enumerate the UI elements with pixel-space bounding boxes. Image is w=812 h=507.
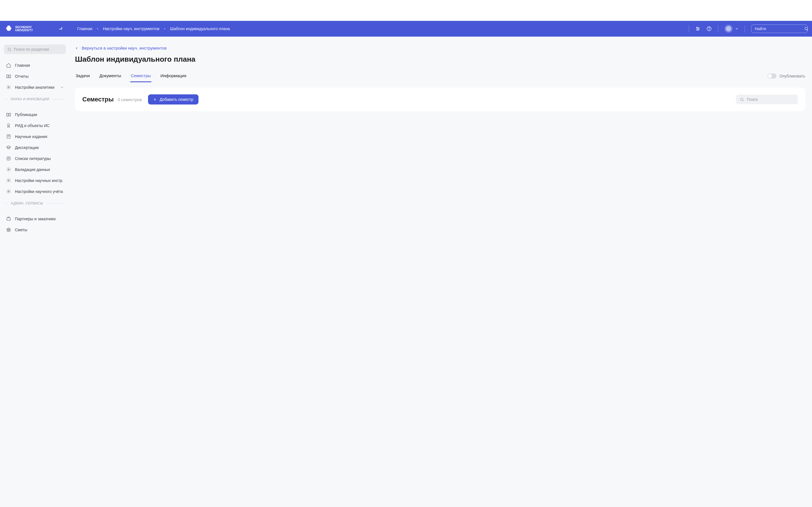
pin-icon[interactable] bbox=[59, 26, 63, 31]
sliders-icon[interactable] bbox=[695, 26, 700, 31]
sidebar-item[interactable]: Настройки аналитики bbox=[4, 82, 66, 93]
chevron-down-icon bbox=[735, 27, 739, 31]
sidebar-item-label: Валидация данных bbox=[15, 167, 50, 172]
chevron-right-icon bbox=[163, 27, 166, 30]
brand-logo-icon bbox=[4, 24, 13, 33]
brand-name: SECHENOV UNIVERSITY bbox=[15, 25, 33, 32]
add-button-label: Добавить семестр bbox=[160, 97, 193, 102]
card-title: Семестры bbox=[82, 96, 114, 103]
book-icon bbox=[6, 74, 11, 78]
publish-toggle[interactable] bbox=[767, 73, 776, 78]
sidebar-item-label: Партнеры и заказчики bbox=[15, 217, 56, 221]
sidebar-item-label: РИД и объекты ИС bbox=[15, 123, 50, 128]
search-icon bbox=[740, 98, 744, 102]
home-icon bbox=[6, 63, 11, 68]
svg-point-11 bbox=[805, 27, 808, 30]
gear-icon bbox=[6, 189, 11, 194]
sidebar-item-label: Сметы bbox=[15, 228, 28, 232]
global-search-input[interactable] bbox=[755, 26, 804, 31]
sidebar-item[interactable]: Настройки научных инстр. bbox=[4, 175, 66, 186]
svg-point-4 bbox=[698, 29, 699, 29]
sidebar-item[interactable]: Отчеты bbox=[4, 71, 66, 82]
sidebar-item-label: Научные издания bbox=[15, 134, 47, 139]
back-link[interactable]: Вернуться в настройки науч. инструментов bbox=[75, 46, 167, 50]
journal-icon bbox=[6, 134, 11, 139]
avatar bbox=[724, 24, 733, 33]
svg-point-29 bbox=[741, 98, 743, 101]
logo-block: SECHENOV UNIVERSITY bbox=[4, 24, 66, 33]
sidebar-item-label: Диссертации bbox=[15, 145, 39, 150]
sidebar-item[interactable]: Настройки научного учёта bbox=[4, 186, 66, 197]
user-menu[interactable] bbox=[724, 24, 739, 33]
svg-point-23 bbox=[8, 169, 9, 170]
sidebar-search-input[interactable] bbox=[14, 47, 63, 52]
sidebar-search[interactable] bbox=[4, 45, 66, 54]
breadcrumb: Главная Настройки науч. инструментов Шаб… bbox=[77, 26, 230, 31]
gear-icon bbox=[6, 85, 11, 90]
sidebar-section-header: НАУКА И ИННОВАЦИИ bbox=[4, 93, 66, 103]
search-icon bbox=[804, 26, 809, 31]
sidebar-item[interactable]: Партнеры и заказчики bbox=[4, 213, 66, 224]
add-semester-button[interactable]: Добавить семестр bbox=[148, 94, 198, 105]
list-icon bbox=[6, 156, 11, 161]
sidebar-item-label: Настройки научного учёта bbox=[15, 189, 63, 194]
sidebar: ГлавнаяОтчетыНастройки аналитики НАУКА И… bbox=[0, 37, 70, 241]
sidebar-item-label: Публикации bbox=[15, 112, 37, 117]
count-label: 0 семестров bbox=[117, 97, 142, 102]
svg-line-12 bbox=[807, 30, 808, 31]
sidebar-item[interactable]: РИД и объекты ИС bbox=[4, 120, 66, 131]
breadcrumb-item: Шаблон индивидуального плана bbox=[170, 26, 230, 31]
publish-label: Опубликовать bbox=[779, 74, 805, 78]
global-search[interactable] bbox=[751, 24, 808, 33]
tab[interactable]: Информация bbox=[160, 70, 187, 82]
tab[interactable]: Задачи bbox=[75, 70, 90, 82]
svg-line-30 bbox=[743, 100, 744, 101]
sidebar-item-label: Отчеты bbox=[15, 74, 29, 78]
semesters-card: Семестры 0 семестров Добавить семестр bbox=[75, 88, 805, 111]
bank-icon bbox=[6, 227, 11, 232]
svg-point-24 bbox=[8, 180, 9, 181]
sidebar-item[interactable]: Главная bbox=[4, 60, 66, 71]
book-icon bbox=[6, 112, 11, 117]
svg-rect-26 bbox=[7, 218, 10, 220]
gear-icon bbox=[6, 178, 11, 183]
page-title: Шаблон индивидуального плана bbox=[75, 55, 805, 64]
sidebar-item-label: Списки литературы bbox=[15, 156, 51, 161]
sidebar-item[interactable]: Списки литературы bbox=[4, 153, 66, 164]
svg-point-9 bbox=[727, 27, 730, 31]
tabs: ЗадачиДокументыСеместрыИнформация bbox=[75, 70, 187, 82]
chevron-down-icon bbox=[60, 86, 64, 89]
plus-icon bbox=[153, 98, 157, 101]
grad-icon bbox=[6, 145, 11, 150]
search-icon bbox=[7, 47, 11, 52]
card-search-input[interactable] bbox=[747, 97, 796, 102]
tab[interactable]: Документы bbox=[99, 70, 121, 82]
svg-point-8 bbox=[728, 28, 729, 30]
sidebar-item[interactable]: Публикации bbox=[4, 109, 66, 120]
breadcrumb-item[interactable]: Настройки науч. инструментов bbox=[103, 26, 159, 31]
briefcase-icon bbox=[6, 216, 11, 221]
card-search[interactable] bbox=[736, 95, 798, 104]
sidebar-section-header: АДМИН. СЕРВИСЫ bbox=[4, 197, 66, 208]
svg-point-5 bbox=[697, 30, 698, 31]
tab[interactable]: Семестры bbox=[130, 70, 151, 82]
topbar: SECHENOV UNIVERSITY Главная Настройки на… bbox=[0, 21, 812, 37]
back-link-label: Вернуться в настройки науч. инструментов bbox=[82, 46, 167, 50]
sidebar-item-label: Главная bbox=[15, 63, 30, 68]
help-icon[interactable] bbox=[707, 26, 712, 31]
svg-line-14 bbox=[10, 50, 11, 51]
sidebar-item[interactable]: Научные издания bbox=[4, 131, 66, 142]
sidebar-item-label: Настройки аналитики bbox=[15, 85, 54, 90]
main-content: Вернуться в настройки науч. инструментов… bbox=[70, 37, 812, 241]
svg-point-3 bbox=[697, 27, 698, 28]
award-icon bbox=[6, 123, 11, 128]
chevron-right-icon bbox=[96, 27, 99, 30]
chevron-left-icon bbox=[75, 47, 79, 50]
sidebar-item[interactable]: Сметы bbox=[4, 224, 66, 235]
sidebar-item[interactable]: Валидация данных bbox=[4, 164, 66, 175]
sidebar-item-label: Настройки научных инстр. bbox=[15, 178, 63, 183]
sidebar-item[interactable]: Диссертации bbox=[4, 142, 66, 153]
breadcrumb-item[interactable]: Главная bbox=[77, 26, 92, 31]
svg-point-13 bbox=[8, 48, 11, 50]
gear-icon bbox=[6, 167, 11, 172]
